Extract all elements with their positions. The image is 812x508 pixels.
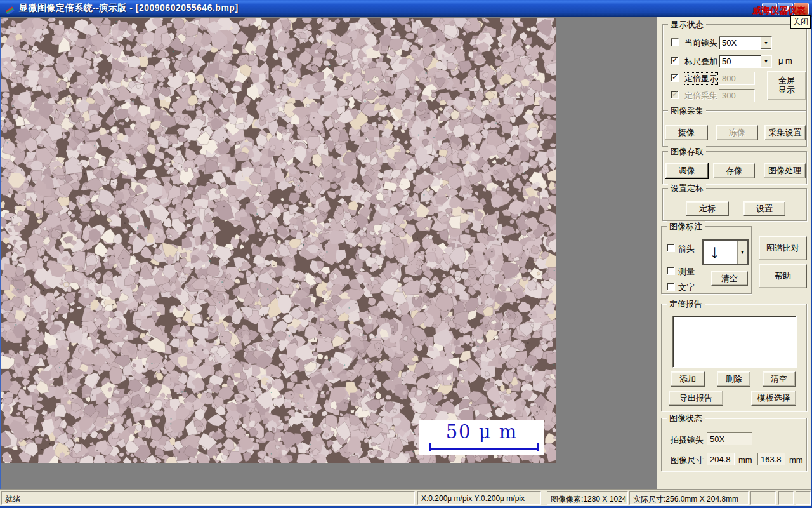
image-process-button[interactable]: 图像处理: [764, 163, 806, 178]
width-unit: mm: [738, 455, 752, 465]
arrow-style-combo[interactable]: ↓ ▼: [702, 239, 749, 265]
triangle-icon: ▼: [764, 41, 768, 45]
fullscreen-label-2: 显示: [778, 86, 795, 95]
label-text: 文字: [678, 282, 695, 293]
group-image-storage: 图像存取 调像 存像 图像处理: [662, 151, 807, 184]
export-report-button[interactable]: 导出报告: [669, 391, 723, 406]
checkbox-measure[interactable]: [667, 267, 675, 275]
setup-button[interactable]: 设置: [743, 201, 785, 216]
save-image-button[interactable]: 存像: [713, 163, 755, 178]
load-image-button[interactable]: 调像: [665, 163, 708, 178]
status-bar: 就绪 X:0.200μ m/pix Y:0.200μ m/pix 图像像素:12…: [0, 489, 812, 506]
check-icon: ✓: [672, 72, 678, 81]
status-ready: 就绪: [1, 491, 415, 505]
group-calibration: 设置定标 定标 设置: [662, 188, 807, 221]
shoot-lens-value: 50X: [707, 432, 752, 445]
triangle-icon: ▼: [764, 59, 768, 64]
report-clear-button[interactable]: 清空: [763, 371, 796, 387]
image-width-value: 204.8: [707, 453, 735, 465]
checkbox-fixed-capture: ✓: [671, 91, 679, 99]
fullscreen-button[interactable]: 全屏 显示: [767, 71, 806, 100]
app-icon: [4, 3, 15, 14]
scale-bar-overlay: 50 μ m: [419, 420, 544, 455]
ruler-unit: μ m: [778, 56, 792, 65]
template-select-button[interactable]: 模板选择: [751, 391, 796, 406]
report-listbox[interactable]: [672, 316, 797, 368]
group-report: 定倍报告 添加 删除 清空 导出报告 模板选择: [661, 304, 807, 411]
group-title: 图像存取: [668, 146, 706, 157]
shoot-button[interactable]: 摄像: [665, 125, 708, 140]
checkbox-current-lens[interactable]: [671, 38, 679, 46]
window-left-border: [0, 17, 1, 506]
chevron-down-icon[interactable]: ▼: [761, 55, 771, 67]
status-pixel-scale: X:0.200μ m/pix Y:0.200μ m/pix: [417, 491, 541, 505]
close-tooltip: 关闭: [790, 15, 811, 29]
chevron-down-icon[interactable]: ▼: [737, 241, 747, 264]
label-current-lens: 当前镜头: [684, 37, 717, 49]
report-add-button[interactable]: 添加: [671, 371, 705, 387]
scale-bar-label: 50 μ m: [419, 420, 544, 443]
check-icon: ✓: [672, 55, 678, 64]
label-fixed-capture: 定倍采集: [684, 90, 717, 102]
group-title: 图像采集: [668, 105, 706, 117]
group-image-status: 图像状态 拍摄镜头 50X 图像尺寸 204.8 mm 163.8 mm: [661, 418, 807, 471]
status-empty-3: [796, 491, 811, 505]
group-annotation: 图像标注 箭头 ↓ ▼ 测量 文字 清空: [661, 226, 752, 294]
group-display-status: 显示状态 当前镜头 50X ▼ ✓ 标尺叠加 50 ▼ μ m ✓ 定倍显示 8…: [662, 24, 807, 110]
micrograph-image[interactable]: [1, 18, 556, 463]
report-delete-button[interactable]: 删除: [717, 371, 750, 387]
scale-bar-line: [429, 448, 539, 450]
image-height-value: 163.8: [757, 453, 785, 465]
checkbox-ruler-overlay[interactable]: ✓: [671, 57, 679, 65]
image-viewport: 50 μ m: [0, 17, 657, 489]
chevron-down-icon[interactable]: ▼: [761, 37, 771, 49]
group-title: 显示状态: [668, 19, 706, 30]
triangle-icon: ▼: [740, 250, 745, 255]
control-panel: 显示状态 当前镜头 50X ▼ ✓ 标尺叠加 50 ▼ μ m ✓ 定倍显示 8…: [657, 17, 812, 489]
titlebar: 显微图像定倍系统--演示版 - [20090602055646.bmp] ✕ 威…: [0, 0, 812, 17]
lens-combo-value: 50X: [722, 38, 737, 48]
window-title: 显微图像定倍系统--演示版 - [20090602055646.bmp]: [19, 3, 239, 14]
label-ruler-overlay: 标尺叠加: [684, 56, 717, 67]
down-arrow-icon: ↓: [710, 241, 719, 262]
label-arrow: 箭头: [678, 243, 695, 255]
checkbox-fixed-display[interactable]: ✓: [671, 74, 679, 82]
fullscreen-label-1: 全屏: [778, 76, 795, 86]
fixed-display-value: 800: [719, 72, 755, 85]
ruler-combo-value: 50: [722, 57, 731, 66]
group-image-capture: 图像采集 摄像 冻像 采集设置: [662, 110, 807, 147]
status-empty-1: [750, 491, 776, 505]
checkbox-arrow[interactable]: [667, 244, 675, 252]
checkbox-text[interactable]: [667, 283, 675, 291]
freeze-button: 冻像: [716, 125, 758, 140]
help-button[interactable]: 帮助: [759, 264, 807, 288]
status-image-pixels: 图像像素:1280 X 1024: [547, 491, 628, 505]
ruler-combo[interactable]: 50 ▼: [719, 55, 772, 68]
lens-combo[interactable]: 50X ▼: [719, 36, 772, 50]
group-title: 图像状态: [667, 413, 705, 424]
check-icon: ✓: [672, 90, 678, 98]
height-unit: mm: [789, 455, 803, 465]
fixed-capture-value: 300: [719, 89, 755, 102]
calibrate-button[interactable]: 定标: [686, 201, 729, 216]
label-measure: 测量: [678, 266, 695, 277]
group-title: 定倍报告: [667, 298, 705, 310]
group-title: 图像标注: [667, 221, 705, 232]
status-actual-size: 实际尺寸:256.0mm X 204.8mm: [629, 491, 749, 505]
atlas-compare-button[interactable]: 图谱比对: [759, 236, 807, 260]
clear-annotation-button[interactable]: 清空: [711, 271, 748, 286]
status-empty-2: [778, 491, 794, 505]
label-fixed-display: 定倍显示: [684, 73, 717, 84]
group-title: 设置定标: [668, 183, 706, 194]
label-image-size: 图像尺寸: [671, 455, 704, 466]
label-shoot-lens: 拍摄镜头: [671, 434, 704, 446]
capture-settings-button[interactable]: 采集设置: [764, 125, 806, 140]
